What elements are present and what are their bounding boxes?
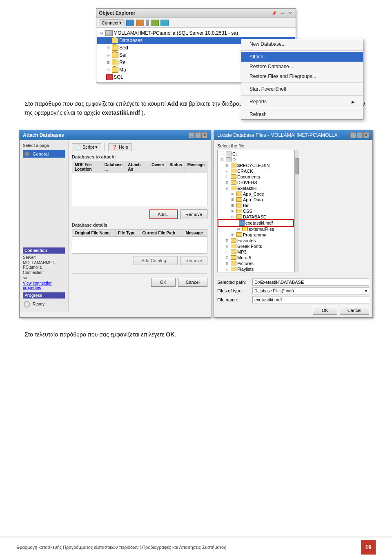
- col-mdf: MDF File Location: [72, 161, 102, 173]
- remove-button-2[interactable]: Remove: [180, 256, 207, 265]
- mp3-folder[interactable]: ⊞ MP3: [218, 249, 293, 255]
- expand-docs: ⊞: [224, 175, 230, 179]
- para1-part1: Στο παράθυρο που σας εμφανίζεται επιλέγε…: [24, 100, 167, 107]
- progress-spinner: [24, 301, 30, 307]
- restore-btn[interactable]: □: [195, 132, 201, 138]
- mp3-label: MP3: [237, 250, 247, 254]
- crack-folder[interactable]: ⊞ CRACK: [218, 168, 293, 174]
- connection-section-title: Connection: [23, 247, 65, 254]
- expand-icon-sec: ⊞: [105, 45, 111, 51]
- folder-icon-srvobj: [112, 52, 118, 58]
- help-button[interactable]: ❓ Help: [108, 143, 132, 151]
- favorites-folder[interactable]: ⊞ Favorites: [218, 238, 293, 243]
- locate-titlebar: Locate Database Files - MOLLAMAHMET-PC\A…: [214, 130, 372, 140]
- ok-button[interactable]: OK: [151, 278, 176, 287]
- bin-folder[interactable]: ⊞ Bin: [218, 203, 293, 208]
- para1-code: exetastiki.mdf: [102, 109, 140, 116]
- connect-label: Connect: [102, 20, 118, 25]
- database-folder[interactable]: ⊟ DATABASE: [218, 214, 293, 220]
- pin-icon[interactable]: 📌: [270, 11, 278, 16]
- appcode-label: App_Code: [243, 192, 264, 196]
- view-connection-link[interactable]: View connection properties: [23, 281, 53, 290]
- mdf-icon: [239, 220, 245, 226]
- toolbar-icon-2[interactable]: [136, 20, 144, 26]
- menu-refresh[interactable]: Refresh: [241, 109, 363, 119]
- cancel-button[interactable]: Cancel: [178, 278, 207, 287]
- minimize-btn[interactable]: _: [189, 132, 194, 138]
- script-dropdown: ▾: [95, 145, 98, 150]
- programma-folder[interactable]: ⊞ Programma: [218, 232, 293, 238]
- add-remove-buttons: Add... Remove: [72, 209, 207, 219]
- locate-ok-button[interactable]: OK: [313, 306, 337, 315]
- menu-new-database[interactable]: New Database...: [241, 39, 363, 49]
- dropdown-icon: ▾: [119, 20, 122, 25]
- expand-greekfonts: ⊞: [224, 244, 230, 248]
- loc-restore-btn[interactable]: □: [357, 132, 363, 138]
- footer-text: Εφαρμογή κατασκευής Προγράμματος εξεταστ…: [16, 545, 361, 550]
- progress-item: Ready: [23, 300, 65, 308]
- dcol-filetype: File Type: [116, 229, 140, 236]
- connection-label-row: Connection:: [23, 270, 65, 275]
- greekfonts-folder[interactable]: ⊞ Greek Fonts: [218, 243, 293, 249]
- locate-titlebar-btns: _ □ ✕: [350, 132, 369, 138]
- documents-folder[interactable]: ⊞ Documents: [218, 174, 293, 180]
- pictures-folder[interactable]: ⊞ Pictures: [218, 261, 293, 266]
- para2-part2: .: [174, 331, 176, 338]
- appdata-folder[interactable]: ⊞ App_Data: [218, 197, 293, 203]
- scroll-thumb[interactable]: [295, 158, 299, 174]
- files-of-type-dropdown[interactable]: Database Files(*.mdf) ▾: [252, 287, 369, 294]
- folder-favorites: [231, 238, 236, 243]
- mdf-file[interactable]: exetastiki.mdf: [218, 220, 293, 226]
- script-button[interactable]: 📄 Script ▾: [72, 143, 101, 151]
- remove-button[interactable]: Remove: [180, 209, 207, 219]
- menu-restore-db[interactable]: Restore Database...: [241, 62, 363, 71]
- folder-icon-rep: [112, 60, 118, 65]
- server-item[interactable]: ⊟ MOLLAMAHMET-PC\amolla (SQL Server 10.0…: [97, 29, 295, 37]
- col-attach: Attach As: [125, 161, 149, 173]
- loc-minimize-btn[interactable]: _: [350, 132, 356, 138]
- toolbar-icon-1[interactable]: [126, 20, 134, 26]
- close-btn[interactable]: ✕: [202, 132, 207, 138]
- folder-drivers: [231, 180, 236, 185]
- toolbar-icon-4[interactable]: [160, 20, 169, 26]
- minimize-icon[interactable]: —: [279, 11, 286, 16]
- appcode-folder[interactable]: ⊞ App_Code: [218, 191, 293, 197]
- scrollbar[interactable]: [294, 150, 299, 272]
- add-catalog-buttons: Add Catalog... Remove: [72, 256, 207, 265]
- recycle-label: $RECYCLE.BIN: [237, 163, 270, 168]
- file-name-input[interactable]: [252, 296, 369, 303]
- connect-button[interactable]: Connect ▾: [99, 19, 125, 26]
- menu-attach[interactable]: Attach...: [241, 52, 363, 62]
- add-button[interactable]: Add...: [149, 209, 178, 219]
- drive-c[interactable]: ⊞ C:: [218, 151, 293, 157]
- file-tree[interactable]: ⊞ C: ⊟ D: ⊞ $RECYCLE.BIN: [217, 150, 294, 272]
- playlists-folder[interactable]: ⊞ Playlists: [218, 266, 293, 272]
- drive-d[interactable]: ⊟ D:: [218, 157, 293, 163]
- general-panel-item[interactable]: General: [23, 150, 65, 158]
- close-icon[interactable]: ✕: [287, 11, 293, 16]
- menu-powershell[interactable]: Start PowerShell: [241, 84, 363, 94]
- add-catalog-button[interactable]: Add Catalog...: [134, 256, 178, 265]
- drivers-folder[interactable]: ⊞ DRIVERS: [218, 180, 293, 185]
- view-link-row[interactable]: View connection properties: [23, 281, 65, 290]
- separator-3: [241, 95, 363, 96]
- oe-titlebar-buttons: 📌 — ✕: [270, 11, 293, 16]
- recycle-bin[interactable]: ⊞ $RECYCLE.BIN: [218, 163, 293, 168]
- expand-external: ⊞: [236, 227, 241, 231]
- menu-reports[interactable]: Reports ▶: [241, 97, 363, 107]
- appdata-label: App_Data: [243, 197, 263, 202]
- loc-close-btn[interactable]: ✕: [363, 132, 369, 138]
- murat5-folder[interactable]: ⊞ Murat5: [218, 255, 293, 261]
- file-tree-container: ⊞ C: ⊟ D: ⊞ $RECYCLE.BIN: [217, 150, 369, 272]
- programs-folder[interactable]: ⊞ Programs: [218, 272, 293, 272]
- mgmt-label: Ma: [119, 67, 126, 73]
- external-files-folder[interactable]: ⊞ externalFiles: [218, 226, 293, 232]
- toolbar-icon-3[interactable]: [151, 20, 159, 26]
- exetastiki-folder[interactable]: ⊟ Exetastiki: [218, 185, 293, 191]
- col-db: Database ...: [102, 161, 126, 173]
- menu-restore-files[interactable]: Restore Files and Filegroups...: [241, 71, 363, 81]
- attach-dialog-title: Attach Databases: [23, 132, 64, 138]
- locate-cancel-button[interactable]: Cancel: [340, 306, 369, 315]
- css-folder[interactable]: ⊞ CSS: [218, 208, 293, 214]
- folder-programma: [236, 232, 242, 237]
